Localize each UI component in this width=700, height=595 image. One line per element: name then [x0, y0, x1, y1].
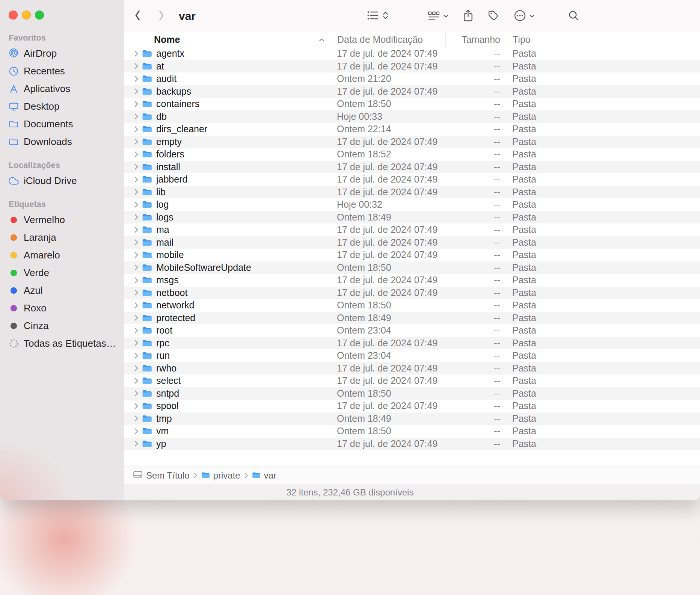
disclosure-chevron-icon[interactable] [134, 113, 139, 120]
file-row-select[interactable]: select17 de jul. de 2024 07:49--Pasta [124, 375, 700, 387]
disclosure-chevron-icon[interactable] [134, 189, 139, 195]
back-button[interactable] [134, 0, 141, 32]
group-by-button[interactable] [427, 0, 449, 32]
disclosure-chevron-icon[interactable] [134, 214, 139, 220]
file-row-ma[interactable]: ma17 de jul. de 2024 07:49--Pasta [124, 224, 700, 236]
disclosure-chevron-icon[interactable] [134, 289, 139, 296]
disclosure-chevron-icon[interactable] [134, 88, 139, 95]
disclosure-chevron-icon[interactable] [134, 50, 139, 57]
file-row-rwho[interactable]: rwho17 de jul. de 2024 07:49--Pasta [124, 362, 700, 375]
sidebar-item-recentes[interactable]: Recentes [0, 62, 124, 80]
file-row-logs[interactable]: logsOntem 18:49--Pasta [124, 211, 700, 224]
forward-button[interactable] [158, 0, 165, 32]
disclosure-chevron-icon[interactable] [134, 340, 139, 346]
file-row-mobile[interactable]: mobile17 de jul. de 2024 07:49--Pasta [124, 249, 700, 261]
file-row-sntpd[interactable]: sntpdOntem 18:50--Pasta [124, 387, 700, 400]
more-actions-button[interactable] [514, 0, 535, 32]
sidebar-item-verde[interactable]: Verde [0, 264, 124, 282]
disclosure-chevron-icon[interactable] [134, 378, 139, 384]
sidebar-item-downloads[interactable]: Downloads [0, 133, 124, 151]
file-row-audit[interactable]: auditOntem 21:20--Pasta [124, 72, 700, 85]
disclosure-chevron-icon[interactable] [134, 63, 139, 69]
path-item-var[interactable]: var [252, 470, 276, 481]
file-row-rpc[interactable]: rpc17 de jul. de 2024 07:49--Pasta [124, 337, 700, 350]
file-row-yp[interactable]: yp17 de jul. de 2024 07:49--Pasta [124, 438, 700, 450]
sidebar-item-aplicativos[interactable]: Aplicativos [0, 80, 124, 98]
disclosure-chevron-icon[interactable] [134, 163, 139, 170]
disclosure-chevron-icon[interactable] [134, 239, 139, 246]
file-row-root[interactable]: rootOntem 23:04--Pasta [124, 324, 700, 337]
file-row-empty[interactable]: empty17 de jul. de 2024 07:49--Pasta [124, 136, 700, 148]
disclosure-chevron-icon[interactable] [134, 440, 139, 447]
disclosure-chevron-icon[interactable] [134, 76, 139, 82]
sidebar-item-todas-as-etiquetas[interactable]: Todas as Etiquetas… [0, 335, 124, 352]
sidebar-item-laranja[interactable]: Laranja [0, 229, 124, 246]
file-row-jabberd[interactable]: jabberd17 de jul. de 2024 07:49--Pasta [124, 173, 700, 186]
column-header-size[interactable]: Tamanho [445, 32, 507, 47]
column-header-type[interactable]: Tipo [507, 32, 700, 47]
file-row-protected[interactable]: protectedOntem 18:49--Pasta [124, 312, 700, 325]
file-row-install[interactable]: install17 de jul. de 2024 07:49--Pasta [124, 161, 700, 174]
file-row-folders[interactable]: foldersOntem 18:52--Pasta [124, 148, 700, 161]
disclosure-chevron-icon[interactable] [134, 390, 139, 397]
disclosure-chevron-icon[interactable] [134, 176, 139, 183]
file-row-dirs-cleaner[interactable]: dirs_cleanerOntem 22:14--Pasta [124, 123, 700, 136]
file-list: agentx17 de jul. de 2024 07:49--Pastaat1… [124, 47, 700, 467]
disclosure-chevron-icon[interactable] [134, 365, 139, 371]
file-row-mobilesoftwareupdate[interactable]: MobileSoftwareUpdateOntem 18:50--Pasta [124, 261, 700, 274]
share-button[interactable] [463, 0, 474, 32]
file-row-log[interactable]: logHoje 00:32--Pasta [124, 198, 700, 211]
close-window-button[interactable] [9, 11, 18, 20]
path-item-private[interactable]: private [201, 470, 240, 481]
disclosure-chevron-icon[interactable] [134, 126, 139, 133]
sidebar-item-amarelo[interactable]: Amarelo [0, 246, 124, 264]
zoom-window-button[interactable] [35, 11, 44, 20]
file-row-lib[interactable]: lib17 de jul. de 2024 07:49--Pasta [124, 186, 700, 199]
disclosure-chevron-icon[interactable] [134, 151, 139, 158]
disclosure-chevron-icon[interactable] [134, 201, 139, 208]
file-row-netboot[interactable]: netboot17 de jul. de 2024 07:49--Pasta [124, 287, 700, 299]
sidebar-item-roxo[interactable]: Roxo [0, 299, 124, 317]
file-row-tmp[interactable]: tmpOntem 18:49--Pasta [124, 412, 700, 425]
file-row-backups[interactable]: backups17 de jul. de 2024 07:49--Pasta [124, 85, 700, 98]
minimize-window-button[interactable] [22, 11, 31, 20]
disclosure-chevron-icon[interactable] [134, 252, 139, 258]
path-item-sem-titulo[interactable]: Sem Título [133, 470, 190, 482]
search-button[interactable] [568, 0, 579, 32]
disclosure-chevron-icon[interactable] [134, 415, 139, 422]
file-row-vm[interactable]: vmOntem 18:50--Pasta [124, 425, 700, 438]
file-row-msgs[interactable]: msgs17 de jul. de 2024 07:49--Pasta [124, 274, 700, 287]
sidebar-item-desktop[interactable]: Desktop [0, 98, 124, 115]
disclosure-chevron-icon[interactable] [134, 352, 139, 359]
sidebar-item-cinza[interactable]: Cinza [0, 317, 124, 335]
disclosure-chevron-icon[interactable] [134, 403, 139, 409]
disclosure-chevron-icon[interactable] [134, 138, 139, 145]
disclosure-chevron-icon[interactable] [134, 101, 139, 107]
sidebar-item-vermelho[interactable]: Vermelho [0, 211, 124, 229]
disclosure-chevron-icon[interactable] [134, 314, 139, 321]
tags-button[interactable] [487, 0, 499, 32]
file-row-run[interactable]: runOntem 23:04--Pasta [124, 349, 700, 362]
column-header-date[interactable]: Data de Modificação [333, 32, 445, 47]
file-row-containers[interactable]: containersOntem 18:50--Pasta [124, 98, 700, 110]
column-header-name[interactable]: Nome [124, 32, 333, 47]
sidebar-item-icloud-drive[interactable]: iCloud Drive [0, 172, 124, 190]
file-row-networkd[interactable]: networkdOntem 18:50--Pasta [124, 299, 700, 312]
disclosure-chevron-icon[interactable] [134, 227, 139, 233]
disclosure-chevron-icon[interactable] [134, 428, 139, 435]
file-row-agentx[interactable]: agentx17 de jul. de 2024 07:49--Pasta [124, 47, 700, 60]
disclosure-chevron-icon[interactable] [134, 264, 139, 271]
sidebar-item-azul[interactable]: Azul [0, 282, 124, 299]
disclosure-chevron-icon[interactable] [134, 302, 139, 309]
file-row-db[interactable]: dbHoje 00:33--Pasta [124, 110, 700, 123]
view-options-button[interactable] [367, 0, 389, 32]
file-row-mail[interactable]: mail17 de jul. de 2024 07:49--Pasta [124, 236, 700, 249]
sidebar-item-airdrop[interactable]: AirDrop [0, 45, 124, 62]
sidebar-item-label: Recentes [24, 65, 69, 77]
file-row-at[interactable]: at17 de jul. de 2024 07:49--Pasta [124, 60, 700, 73]
sidebar-item-documents[interactable]: Documents [0, 115, 124, 133]
file-row-spool[interactable]: spool17 de jul. de 2024 07:49--Pasta [124, 400, 700, 412]
disclosure-chevron-icon[interactable] [134, 327, 139, 334]
disclosure-chevron-icon[interactable] [134, 277, 139, 284]
list-view-icon [367, 10, 379, 22]
